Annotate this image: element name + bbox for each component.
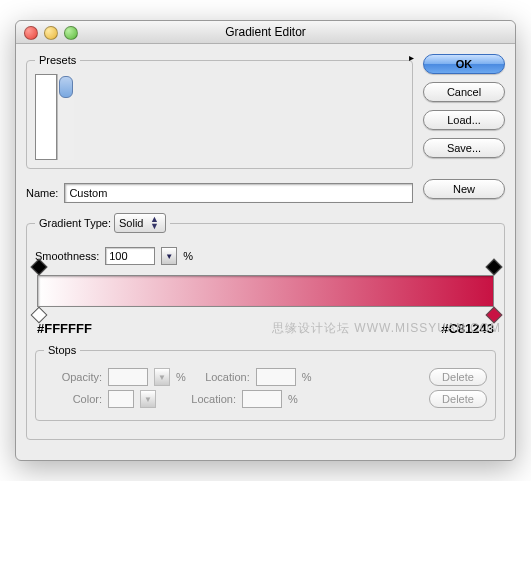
left-hex: #FFFFFF bbox=[37, 321, 92, 336]
opacity-stop-right[interactable] bbox=[488, 261, 498, 273]
location-label: Location: bbox=[192, 371, 250, 383]
smoothness-stepper[interactable]: ▼ bbox=[161, 247, 177, 265]
close-icon[interactable] bbox=[24, 26, 38, 40]
preset-swatch[interactable] bbox=[54, 75, 56, 103]
preset-swatch[interactable] bbox=[54, 103, 56, 131]
opacity-stop-left[interactable] bbox=[33, 261, 43, 273]
flyout-icon[interactable]: ▸ bbox=[409, 52, 414, 63]
color-location-input bbox=[242, 390, 282, 408]
ok-button[interactable]: OK bbox=[423, 54, 505, 74]
gradient-type-select[interactable]: Solid ▲▼ bbox=[114, 213, 166, 233]
save-button[interactable]: Save... bbox=[423, 138, 505, 158]
gradient-bar[interactable] bbox=[37, 275, 494, 307]
color-stop-left[interactable] bbox=[33, 309, 43, 321]
select-arrows-icon: ▲▼ bbox=[147, 216, 161, 230]
color-stop-right[interactable] bbox=[488, 309, 498, 321]
window-title: Gradient Editor bbox=[225, 25, 306, 39]
name-label: Name: bbox=[26, 187, 58, 199]
new-button[interactable]: New bbox=[423, 179, 505, 199]
location-label-2: Location: bbox=[178, 393, 236, 405]
minimize-icon[interactable] bbox=[44, 26, 58, 40]
delete-color-button: Delete bbox=[429, 390, 487, 408]
gradient-type-legend: Gradient Type: Solid ▲▼ bbox=[35, 213, 170, 233]
zoom-icon[interactable] bbox=[64, 26, 78, 40]
cancel-button[interactable]: Cancel bbox=[423, 82, 505, 102]
presets-group: Presets ▸ bbox=[26, 54, 413, 169]
presets-legend: Presets bbox=[35, 54, 80, 66]
title-bar: Gradient Editor bbox=[16, 21, 515, 44]
watermark: 思缘设计论坛 WWW.MISSYUAN.COM bbox=[272, 320, 501, 337]
stops-legend: Stops bbox=[44, 344, 80, 356]
smoothness-label: Smoothness: bbox=[35, 250, 99, 262]
load-button[interactable]: Load... bbox=[423, 110, 505, 130]
preset-grid bbox=[35, 74, 57, 160]
preset-swatch[interactable] bbox=[54, 131, 56, 159]
preset-scrollbar[interactable] bbox=[57, 74, 74, 160]
color-swatch bbox=[108, 390, 134, 408]
color-stepper: ▼ bbox=[140, 390, 156, 408]
scroll-thumb[interactable] bbox=[59, 76, 73, 98]
stops-group: Stops Opacity: ▼ % Location: % Delete Co… bbox=[35, 344, 496, 421]
delete-opacity-button: Delete bbox=[429, 368, 487, 386]
opacity-label: Opacity: bbox=[44, 371, 102, 383]
color-label: Color: bbox=[44, 393, 102, 405]
opacity-input bbox=[108, 368, 148, 386]
name-input[interactable] bbox=[64, 183, 413, 203]
smoothness-input[interactable] bbox=[105, 247, 155, 265]
opacity-location-input bbox=[256, 368, 296, 386]
opacity-stepper: ▼ bbox=[154, 368, 170, 386]
